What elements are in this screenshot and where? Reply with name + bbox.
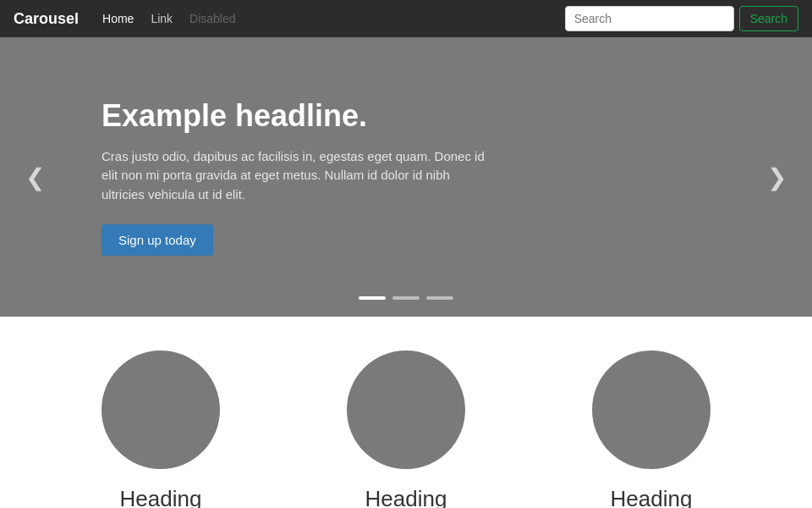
feature-heading-2: Heading: [300, 486, 512, 508]
carousel-text: Cras justo odio, dapibus ac facilisis in…: [102, 147, 491, 205]
navbar: Carousel Home Link Disabled Search: [0, 0, 812, 37]
carousel-prev-button[interactable]: ❮: [17, 155, 53, 200]
carousel-indicators: [359, 296, 453, 300]
search-button[interactable]: Search: [739, 6, 798, 31]
feature-col-3: Heading Donec sed odio dui. Cras justo o…: [546, 351, 757, 508]
navbar-brand[interactable]: Carousel: [14, 10, 79, 28]
feature-image-1: [102, 351, 220, 469]
carousel-inner: Example headline. Cras justo odio, dapib…: [0, 37, 812, 317]
nav-link-link[interactable]: Link: [144, 8, 179, 29]
carousel-next-button[interactable]: ❯: [759, 155, 795, 200]
carousel: ❮ Example headline. Cras justo odio, dap…: [0, 37, 812, 317]
carousel-headline: Example headline.: [102, 98, 491, 134]
navbar-nav: Home Link Disabled: [96, 8, 565, 29]
features-section: Heading Donec sed odio dui. Etiam porta …: [0, 317, 812, 508]
navbar-search: Search: [565, 6, 798, 31]
feature-heading-3: Heading: [546, 486, 757, 508]
feature-col-2: Heading Duis mollis, est non commodo luc…: [300, 351, 512, 508]
carousel-slide: Example headline. Cras justo odio, dapib…: [0, 98, 592, 257]
search-input[interactable]: [565, 6, 734, 31]
feature-image-2: [347, 351, 465, 469]
nav-link-home[interactable]: Home: [96, 8, 140, 29]
carousel-indicator-3[interactable]: [426, 296, 453, 300]
feature-col-1: Heading Donec sed odio dui. Etiam porta …: [55, 351, 266, 508]
nav-link-disabled: Disabled: [183, 8, 242, 29]
feature-heading-1: Heading: [55, 486, 266, 508]
carousel-indicator-1[interactable]: [359, 296, 386, 300]
carousel-indicator-2[interactable]: [392, 296, 420, 300]
carousel-cta-button[interactable]: Sign up today: [102, 224, 213, 256]
feature-image-3: [592, 351, 710, 469]
